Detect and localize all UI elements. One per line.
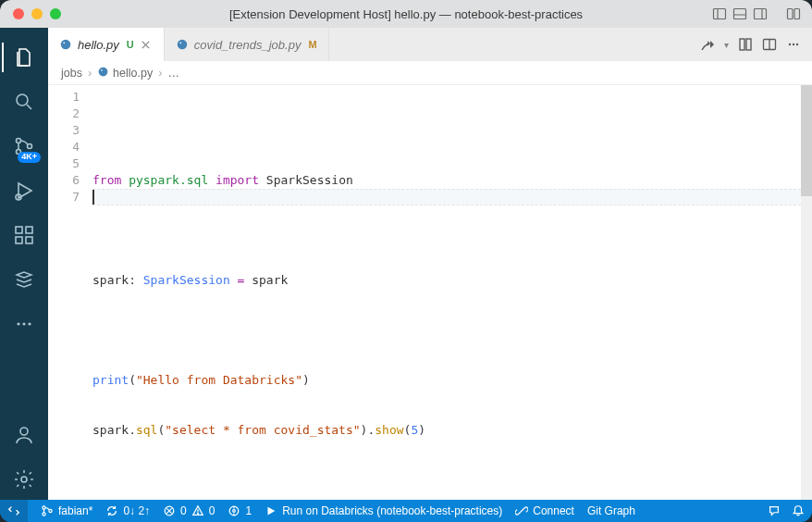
editor-area: hello.py U covid_trends_job.py M xyxy=(48,28,812,500)
svg-rect-4 xyxy=(755,9,767,19)
explorer-activity[interactable] xyxy=(2,37,46,78)
svg-point-36 xyxy=(793,44,794,45)
titlebar-actions xyxy=(712,6,812,21)
breadcrumb-file[interactable]: hello.py xyxy=(97,66,153,81)
line-number-gutter: 1 2 3 4 5 6 7 xyxy=(48,85,92,500)
window-title: [Extension Development Host] hello.py — … xyxy=(0,7,812,21)
close-tab-icon[interactable] xyxy=(140,38,153,51)
breadcrumb-folder[interactable]: jobs xyxy=(61,67,82,80)
svg-point-41 xyxy=(43,513,45,516)
svg-marker-30 xyxy=(710,41,714,48)
svg-point-28 xyxy=(178,40,188,50)
svg-point-42 xyxy=(49,509,52,512)
svg-line-9 xyxy=(27,105,31,109)
extensions-activity[interactable] xyxy=(2,215,46,255)
python-file-icon xyxy=(97,66,109,81)
svg-point-22 xyxy=(20,428,28,435)
traffic-lights xyxy=(0,8,61,19)
svg-rect-15 xyxy=(16,227,22,233)
svg-point-37 xyxy=(796,44,798,45)
account-activity[interactable] xyxy=(2,415,46,455)
svg-rect-18 xyxy=(26,227,32,233)
search-activity[interactable] xyxy=(2,81,46,122)
activity-bar: 4K+ xyxy=(0,28,48,500)
svg-point-10 xyxy=(17,139,21,143)
tab-covid-trends[interactable]: covid_trends_job.py M xyxy=(165,28,329,61)
svg-point-8 xyxy=(17,94,28,106)
run-dropdown-icon[interactable]: ▾ xyxy=(724,40,729,50)
split-editor-icon[interactable] xyxy=(762,37,777,52)
svg-rect-6 xyxy=(788,9,794,19)
settings-activity[interactable] xyxy=(2,459,46,500)
svg-point-23 xyxy=(21,477,27,482)
diff-icon[interactable] xyxy=(738,37,753,52)
close-window-button[interactable] xyxy=(13,8,24,19)
svg-rect-17 xyxy=(26,237,32,243)
editor-actions: ▾ xyxy=(700,28,812,61)
main-area: 4K+ xyxy=(0,28,812,500)
minimize-window-button[interactable] xyxy=(31,8,43,19)
svg-point-24 xyxy=(61,40,71,50)
svg-rect-31 xyxy=(740,39,744,50)
minimap[interactable] xyxy=(801,85,812,500)
svg-rect-32 xyxy=(746,39,751,50)
svg-point-40 xyxy=(43,506,45,509)
svg-point-35 xyxy=(789,44,791,45)
tab-status-untracked: U xyxy=(127,39,134,50)
source-control-activity[interactable]: 4K+ xyxy=(2,126,46,167)
split-bottom-icon[interactable] xyxy=(732,6,747,21)
svg-point-12 xyxy=(28,144,32,149)
breadcrumb-symbol[interactable]: … xyxy=(167,67,179,80)
git-branch-status[interactable]: fabian* xyxy=(41,504,92,517)
chevron-right-icon: › xyxy=(88,67,92,80)
more-editor-actions-icon[interactable] xyxy=(786,37,801,52)
remote-indicator[interactable] xyxy=(0,500,28,522)
code-content[interactable]: from pyspark.sql import SparkSession spa… xyxy=(92,85,801,500)
svg-point-19 xyxy=(17,322,19,325)
svg-point-21 xyxy=(28,322,31,325)
tab-hello-py[interactable]: hello.py U xyxy=(48,28,165,61)
svg-point-38 xyxy=(99,67,108,76)
tab-bar: hello.py U covid_trends_job.py M xyxy=(48,28,812,61)
svg-rect-7 xyxy=(794,9,800,19)
svg-rect-0 xyxy=(714,9,726,19)
window: [Extension Development Host] hello.py — … xyxy=(0,0,812,522)
text-cursor xyxy=(92,190,94,205)
split-right-icon[interactable] xyxy=(753,6,768,21)
tab-label: hello.py xyxy=(78,38,119,52)
split-left-icon[interactable] xyxy=(712,6,727,21)
maximize-window-button[interactable] xyxy=(50,8,61,19)
run-debug-activity[interactable] xyxy=(2,170,46,211)
tab-label: covid_trends_job.py xyxy=(194,38,301,52)
svg-point-20 xyxy=(22,322,25,325)
svg-rect-16 xyxy=(16,237,22,243)
svg-point-39 xyxy=(101,69,103,71)
code-editor[interactable]: 1 2 3 4 5 6 7 from pyspark.sql import Sp… xyxy=(48,85,812,500)
svg-point-29 xyxy=(179,42,181,44)
chevron-right-icon: › xyxy=(158,67,162,80)
minimap-viewport[interactable] xyxy=(801,85,812,196)
python-file-icon xyxy=(59,38,72,51)
run-file-icon[interactable] xyxy=(700,37,715,52)
breadcrumb[interactable]: jobs › hello.py › … xyxy=(48,61,812,85)
titlebar: [Extension Development Host] hello.py — … xyxy=(0,0,812,28)
python-file-icon xyxy=(176,38,189,51)
databricks-activity[interactable] xyxy=(2,259,46,300)
scm-badge: 4K+ xyxy=(18,152,41,163)
svg-point-25 xyxy=(63,42,65,44)
layout-icon[interactable] xyxy=(786,6,801,21)
more-activity[interactable] xyxy=(2,304,46,344)
svg-rect-2 xyxy=(734,9,746,19)
tab-status-modified: M xyxy=(308,39,316,50)
